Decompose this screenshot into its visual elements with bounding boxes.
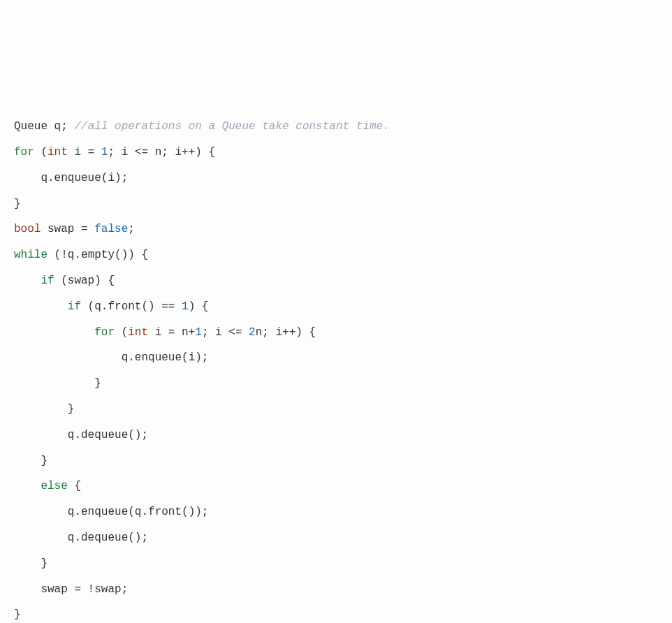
code-token: ; <box>128 223 135 235</box>
code-token: q.enqueue(i); <box>122 351 209 364</box>
code-token: while <box>14 249 48 261</box>
code-line: } <box>14 551 658 577</box>
code-token: } <box>68 403 75 416</box>
code-token: false <box>94 223 128 235</box>
code-token: q.enqueue(i); <box>41 172 128 184</box>
code-token: if <box>68 300 81 313</box>
indent <box>14 506 68 518</box>
code-token: i = <box>68 146 101 159</box>
code-token: Queue q; <box>14 120 74 133</box>
code-line: for (int i = 1; i <= n; i++) { <box>14 140 658 166</box>
code-token: swap = !swap; <box>41 583 128 596</box>
indent <box>14 377 94 390</box>
code-line: while (!q.empty()) { <box>14 242 658 268</box>
code-block: Queue q; //all operations on a Queue tak… <box>14 114 658 623</box>
code-line: } <box>14 371 658 397</box>
code-token: for <box>14 146 34 159</box>
indent <box>14 583 41 596</box>
indent <box>14 274 41 287</box>
code-line: else { <box>14 474 658 499</box>
code-line: Queue q; //all operations on a Queue tak… <box>14 114 658 140</box>
code-line: bool swap = false; <box>14 217 658 242</box>
indent <box>14 429 68 441</box>
code-token: 1 <box>101 146 108 159</box>
code-line: if (q.front() == 1) { <box>14 294 658 320</box>
indent <box>14 480 41 492</box>
code-line: } <box>14 602 658 623</box>
indent <box>14 403 68 416</box>
code-token: q.dequeue(); <box>68 429 148 441</box>
code-token: { <box>68 480 81 492</box>
code-token: bool <box>14 223 41 235</box>
code-token: 1 <box>182 300 189 313</box>
code-token: (swap) { <box>54 274 115 287</box>
code-token: (!q.empty()) { <box>48 249 148 261</box>
code-token: } <box>41 557 48 570</box>
code-token: ; i <= n; i++) { <box>108 146 215 159</box>
code-line: q.dequeue(); <box>14 525 658 551</box>
code-token: ( <box>34 146 48 159</box>
code-token: if <box>41 274 54 287</box>
code-token: } <box>94 377 101 390</box>
code-line: swap = !swap; <box>14 577 658 603</box>
code-token: } <box>14 198 21 210</box>
code-token: int <box>48 146 68 159</box>
code-line: if (swap) { <box>14 268 658 294</box>
indent <box>14 532 68 544</box>
code-token: else <box>41 480 67 492</box>
indent <box>14 351 122 364</box>
code-line: q.dequeue(); <box>14 423 658 448</box>
indent <box>14 557 41 570</box>
code-token: i = n+ <box>148 326 195 339</box>
code-token: (q.front() == <box>81 300 182 313</box>
code-line: q.enqueue(i); <box>14 166 658 191</box>
code-token: ; i <= <box>202 326 249 339</box>
code-token: swap = <box>41 223 94 235</box>
code-token: //all operations on a Queue take constan… <box>74 120 389 133</box>
indent <box>14 172 41 184</box>
code-token: ) { <box>189 300 209 313</box>
code-token: } <box>41 455 48 467</box>
code-line: } <box>14 397 658 423</box>
code-token: 2 <box>249 326 256 339</box>
indent <box>14 300 68 313</box>
code-line: q.enqueue(i); <box>14 345 658 371</box>
code-token: 1 <box>195 326 202 339</box>
code-token: for <box>94 326 115 339</box>
code-token: int <box>128 326 148 339</box>
indent <box>14 455 41 467</box>
code-line: } <box>14 191 658 217</box>
code-token: ( <box>115 326 128 339</box>
code-token: q.enqueue(q.front()); <box>68 506 209 518</box>
code-line: q.enqueue(q.front()); <box>14 499 658 525</box>
code-token: n; i++) { <box>256 326 316 339</box>
code-line: for (int i = n+1; i <= 2n; i++) { <box>14 320 658 346</box>
indent <box>14 326 94 339</box>
code-line: } <box>14 448 658 474</box>
code-token: } <box>14 608 21 621</box>
code-token: q.dequeue(); <box>68 532 148 544</box>
